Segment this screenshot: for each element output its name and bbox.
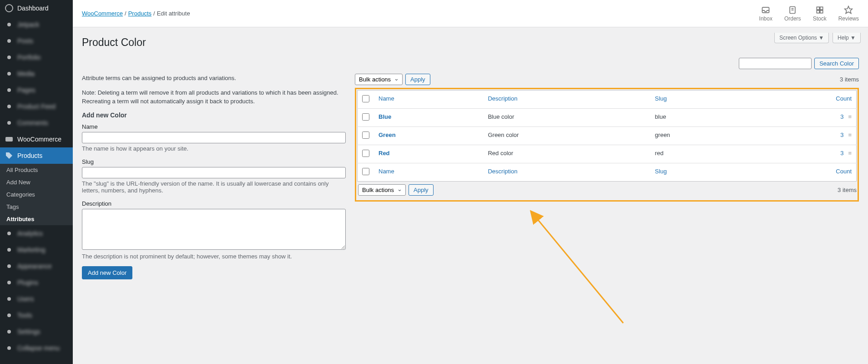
sidebar-item-dashboard[interactable]: Dashboard [0,0,73,16]
sidebar-label: Dashboard [17,5,49,12]
add-term-form: Attribute terms can be assigned to produ… [82,74,346,279]
col-desc[interactable]: Description [483,91,650,109]
svg-point-6 [7,105,11,108]
generic-icon [5,229,14,238]
drag-icon[interactable]: ≡ [848,113,852,120]
generic-icon [5,278,14,287]
term-slug: blue [651,109,752,127]
sidebar-item-blurred[interactable]: Media [0,66,73,82]
topbar-reviews[interactable]: Reviews [838,5,859,22]
term-slug: green [651,127,752,145]
col-count[interactable]: Count [752,91,857,109]
generic-icon [5,20,14,29]
svg-rect-8 [5,137,13,142]
sidebar-item-blurred[interactable]: Product Feed [0,98,73,115]
help-toggle[interactable]: Help ▼ [833,33,861,43]
search-input[interactable] [739,58,812,69]
sidebar-item-blurred[interactable]: Portfolio [0,49,73,66]
term-count-link[interactable]: 3 [840,131,843,138]
name-hint: The name is how it appears on your site. [82,145,346,152]
sidebar-item-blurred[interactable]: Appearance [0,258,73,274]
term-count-link[interactable]: 3 [840,150,843,157]
svg-point-15 [7,330,11,334]
sub-tags[interactable]: Tags [0,201,73,213]
row-checkbox[interactable] [362,113,369,121]
apply-top[interactable]: Apply [405,74,430,85]
reviews-icon [844,5,853,15]
stock-icon [815,5,824,15]
sidebar-item-blurred[interactable]: Posts [0,33,73,49]
generic-icon [5,102,14,111]
sidebar-item-blurred[interactable]: Marketing [0,242,73,258]
col-name[interactable]: Name [374,91,483,109]
topbar-inbox[interactable]: Inbox [759,5,772,22]
term-slug: red [651,145,752,163]
table-row: GreenGreen colorgreen3≡ [358,127,857,145]
term-count-link[interactable]: 3 [840,113,843,120]
generic-icon [5,327,14,336]
sidebar-item-blurred[interactable]: Users [0,291,73,307]
term-desc: Red color [483,145,650,163]
admin-sidebar: Dashboard JetpackPostsPortfolioMediaPage… [0,0,73,364]
sidebar-item-blurred[interactable]: Pages [0,82,73,98]
sub-add-new[interactable]: Add New [0,176,73,188]
generic-icon [5,69,14,78]
bulk-actions-top[interactable]: Bulk actions [355,74,403,85]
apply-bottom[interactable]: Apply [409,184,434,196]
topbar: WooCommerce/Products/Edit attribute Inbo… [73,0,868,27]
sidebar-item-blurred[interactable]: Analytics [0,225,73,242]
term-name-link[interactable]: Green [378,131,396,138]
sub-attributes[interactable]: Attributes [0,213,73,225]
col-slug[interactable]: Slug [651,91,752,109]
term-desc: Green color [483,127,650,145]
row-checkbox[interactable] [362,150,369,157]
sidebar-item-woocommerce[interactable]: WooCommerce [0,131,73,147]
sidebar-item-blurred[interactable]: Comments [0,115,73,131]
topbar-stock[interactable]: Stock [813,5,827,22]
terms-table: Name Description Slug Count BlueBlue col… [357,90,857,182]
slug-input[interactable] [82,167,346,178]
sidebar-label: WooCommerce [17,136,61,143]
row-checkbox[interactable] [362,131,369,139]
sidebar-item-blurred[interactable]: Tools [0,307,73,324]
drag-icon[interactable]: ≡ [848,131,852,138]
sidebar-item-blurred[interactable]: Collapse menu [0,340,73,356]
svg-point-1 [7,23,11,26]
term-name-link[interactable]: Red [378,150,390,157]
svg-point-14 [7,313,11,317]
svg-point-2 [7,39,11,43]
sidebar-item-blurred[interactable]: Jetpack [0,16,73,33]
sub-all-products[interactable]: All Products [0,164,73,176]
table-row: BlueBlue colorblue3≡ [358,109,857,127]
sidebar-item-blurred[interactable]: Settings [0,324,73,340]
drag-icon[interactable]: ≡ [848,150,852,157]
select-all-top[interactable] [362,95,369,102]
topbar-orders[interactable]: Orders [784,5,801,22]
sidebar-item-products[interactable]: Products [0,147,73,164]
svg-rect-23 [817,10,819,13]
sidebar-item-blurred[interactable]: Plugins [0,274,73,291]
svg-rect-24 [820,10,823,13]
bulk-actions-bottom[interactable]: Bulk actions [358,184,406,196]
breadcrumb-woo[interactable]: WooCommerce [82,10,123,17]
slug-label: Slug [82,158,346,165]
sidebar-submenu: All Products Add New Categories Tags Att… [0,164,73,225]
breadcrumb-products[interactable]: Products [128,10,151,17]
desc-hint: The description is not prominent by defa… [82,253,346,260]
name-input[interactable] [82,132,346,143]
add-color-button[interactable]: Add new Color [82,266,132,279]
svg-rect-21 [817,7,819,10]
svg-point-3 [7,56,11,59]
table-row: RedRed colorred3≡ [358,145,857,163]
search-button[interactable]: Search Color [814,58,859,69]
generic-icon [5,36,14,46]
desc-input[interactable] [82,209,346,250]
orders-icon [788,5,797,15]
sub-categories[interactable]: Categories [0,188,73,201]
generic-icon [5,86,14,95]
desc-label: Description [82,200,346,207]
select-all-bottom[interactable] [362,168,369,175]
terms-table-highlight: Name Description Slug Count BlueBlue col… [355,88,859,202]
term-name-link[interactable]: Blue [378,113,391,120]
screen-options-toggle[interactable]: Screen Options ▼ [774,33,829,43]
